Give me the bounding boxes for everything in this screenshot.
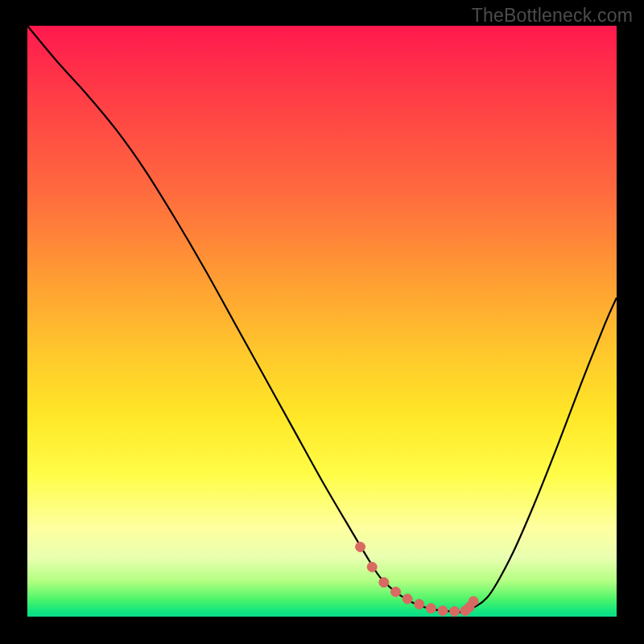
highlight-marker xyxy=(356,542,365,551)
highlight-marker xyxy=(415,600,424,609)
highlight-marker xyxy=(367,562,377,572)
markers-layer xyxy=(27,26,617,617)
highlight-marker xyxy=(379,577,389,587)
highlight-marker xyxy=(402,594,412,604)
highlight-marker xyxy=(426,604,436,613)
plot-area xyxy=(27,26,617,617)
highlight-marker xyxy=(438,606,448,616)
chart-frame: TheBottleneck.com xyxy=(0,0,644,644)
watermark-text: TheBottleneck.com xyxy=(472,5,633,27)
highlight-marker xyxy=(391,587,401,597)
highlight-marker xyxy=(450,606,460,616)
highlight-marker xyxy=(469,597,478,606)
